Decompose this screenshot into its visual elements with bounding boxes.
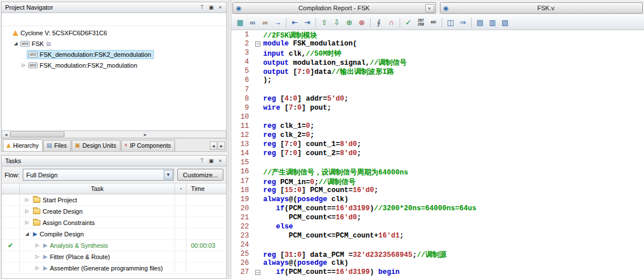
window-title: FSK.v xyxy=(451,5,642,11)
tab-scroll-buttons: ◀ ▶ xyxy=(210,141,225,150)
code-token: 0 xyxy=(293,140,298,148)
documentation-icon[interactable]: ▧ xyxy=(499,16,511,28)
task-row[interactable]: ▷Create Design xyxy=(2,206,226,217)
spellcheck-icon[interactable]: ✓ xyxy=(402,16,414,28)
comment-icon[interactable]: ⇧ xyxy=(318,16,330,28)
macro-icon[interactable]: ∩ xyxy=(385,16,397,28)
code-token: 8'd0 xyxy=(340,149,357,157)
scroll-right-icon[interactable]: ▶ xyxy=(64,131,226,138)
code-line: 27− if(PCM_count==16'd3199) begin xyxy=(231,268,644,277)
task-row[interactable]: ▷Start Project xyxy=(2,194,226,206)
close-icon[interactable]: × xyxy=(216,3,225,11)
code-line: 23 PCM_count<=PCM_count+16'd1; xyxy=(231,232,644,241)
uncomment-icon[interactable]: ⇩ xyxy=(331,16,343,28)
remove-template-icon[interactable]: ⊗ xyxy=(356,16,368,28)
time-column-header[interactable]: Time xyxy=(186,184,226,194)
code-editor[interactable]: 1//2FSK调制模块2−module FSK_modulation(3inpu… xyxy=(231,30,644,279)
pin-icon[interactable]: ⊤ xyxy=(198,157,206,165)
goto-line-icon[interactable]: → xyxy=(272,16,284,28)
fold-collapse-icon[interactable]: − xyxy=(255,270,260,275)
tab-files[interactable]: ▤ Files xyxy=(43,140,71,151)
code-token: ] count_1= xyxy=(297,140,340,148)
float-icon[interactable]: ▣ xyxy=(207,3,215,11)
task-row[interactable]: ◢▶Compile Design xyxy=(2,228,226,240)
split-view-icon[interactable]: ◫ xyxy=(444,16,456,28)
expand-caret-icon[interactable]: ◢ xyxy=(23,231,31,236)
project-navigator-panel: Project Navigator ⊤ ▣ × Cyclone V: 5CSXF… xyxy=(1,2,227,152)
next-pane-icon[interactable]: ⇒ xyxy=(457,16,469,28)
code-text: reg [15:0] PCM_count=16'd0; xyxy=(263,186,379,195)
find-replace-icon[interactable]: ∞ xyxy=(259,16,271,28)
report-window-icon[interactable]: ▤ xyxy=(474,16,486,28)
code-line: 26always@(posedge clk) xyxy=(231,259,644,268)
fsk-file-titlebar[interactable]: ◉ FSK.v xyxy=(440,2,643,14)
tabs-scroll-left-icon[interactable]: ◀ xyxy=(210,141,217,150)
scroll-left-icon[interactable]: ◀ xyxy=(2,131,10,138)
indent-icon[interactable]: ⇥ xyxy=(301,16,313,28)
task-status-cell xyxy=(2,263,20,273)
editor-area: ◉ Compilation Report - FSK × ◉ FSK.v ▦∞∞… xyxy=(231,0,644,279)
flow-select[interactable]: Full Design ▼ xyxy=(23,169,174,181)
code-line: 10 xyxy=(231,113,644,122)
compilation-report-titlebar[interactable]: ◉ Compilation Report - FSK × xyxy=(232,2,436,14)
code-token: @( xyxy=(289,195,297,203)
tab-design-units[interactable]: ▣ Design Units xyxy=(72,140,121,151)
code-token: ); xyxy=(263,76,272,84)
expand-caret-icon[interactable]: ▷ xyxy=(23,220,31,225)
tree-item[interactable]: abdFSK_demodulation:FSK2_demodulation xyxy=(2,49,226,60)
close-icon[interactable]: × xyxy=(216,157,225,165)
chevron-down-icon[interactable]: ▼ xyxy=(164,170,173,180)
code-token: 0 xyxy=(306,122,310,130)
window-title: Compilation Report - FSK xyxy=(243,5,425,11)
expand-caret-icon[interactable]: ▷ xyxy=(23,197,31,202)
scrollbar-thumb[interactable] xyxy=(10,131,64,138)
task-column-header[interactable]: Task xyxy=(20,184,175,194)
code-token: //调制信号 xyxy=(319,178,356,186)
attach-icon[interactable]: ∮ xyxy=(373,16,385,28)
code-token: reg xyxy=(263,251,276,259)
code-line: 14reg [7:0] count_2=8'd0; xyxy=(231,149,644,159)
expand-caret-icon[interactable]: ▷ xyxy=(34,265,41,270)
notes-icon[interactable]: ▥ xyxy=(487,16,498,28)
expand-caret-icon[interactable]: ▷ xyxy=(23,209,31,214)
expand-caret-icon[interactable]: ▷ xyxy=(20,63,27,68)
tab-ip-components[interactable]: × IP Components xyxy=(121,140,175,151)
line-numbers-icon[interactable]: 267 268 xyxy=(415,16,427,28)
customize-button[interactable]: Customize... xyxy=(177,169,223,181)
word-wrap-icon[interactable]: ab/ xyxy=(427,16,439,28)
panel-title: Project Navigator xyxy=(5,4,197,11)
horizontal-scrollbar[interactable]: ◀ ▶ xyxy=(2,130,226,138)
task-row[interactable]: ✔▷▶Analysis & Synthesis00:00:03 xyxy=(2,240,226,251)
code-token: posedge xyxy=(297,195,327,203)
line-number: 7 xyxy=(231,86,254,95)
fold-margin xyxy=(254,168,263,177)
task-row[interactable]: ▷Assign Constraints xyxy=(2,217,226,228)
tabs-scroll-right-icon[interactable]: ▶ xyxy=(218,141,225,150)
fold-margin: − xyxy=(254,268,263,277)
task-row[interactable]: ▷▶Fitter (Place & Route) xyxy=(2,251,226,263)
fold-margin xyxy=(254,223,263,232)
expand-caret-icon[interactable]: ▷ xyxy=(34,254,41,259)
outdent-icon[interactable]: ⇤ xyxy=(289,16,301,28)
tab-hierarchy[interactable]: Hierarchy xyxy=(3,139,43,151)
float-icon[interactable]: ▣ xyxy=(207,157,215,165)
insert-template-icon[interactable]: ⊕ xyxy=(343,16,355,28)
expand-caret-icon[interactable]: ▷ xyxy=(34,243,41,248)
expand-caret-icon[interactable]: ◢ xyxy=(12,41,19,46)
close-icon[interactable]: × xyxy=(425,4,434,13)
code-line: 5output [7:0]data//输出调制波形I路 xyxy=(231,67,644,76)
tree-item[interactable]: ◢abdFSK▤ xyxy=(2,38,226,49)
customize-view-icon[interactable]: ▦ xyxy=(234,16,246,28)
code-text: output [7:0]data//输出调制波形I路 xyxy=(263,67,394,76)
tree-item[interactable]: ▷abdFSK_modulation:FSK2_modulation xyxy=(2,60,226,70)
toolbar-separator xyxy=(400,18,400,28)
code-token: ; xyxy=(357,149,362,157)
tree-item[interactable]: Cyclone V: 5CSXFC6D6F31C6 xyxy=(2,27,226,38)
find-icon[interactable]: ∞ xyxy=(247,16,259,28)
pin-icon[interactable]: ⊤ xyxy=(198,3,206,11)
task-row[interactable]: ▷▶Assembler (Generate programming files) xyxy=(2,263,226,274)
code-token: 16'd1 xyxy=(379,232,400,240)
navigator-tree: Cyclone V: 5CSXFC6D6F31C6◢abdFSK▤abdFSK_… xyxy=(2,26,226,130)
clock-column-header[interactable]: ◔ xyxy=(175,184,186,194)
fold-collapse-icon[interactable]: − xyxy=(255,41,260,47)
